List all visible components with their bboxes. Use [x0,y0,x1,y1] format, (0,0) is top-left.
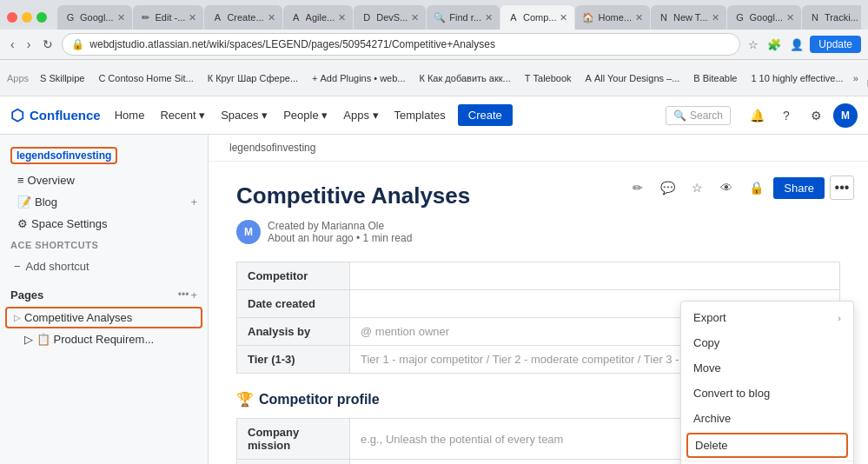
delete-label: Delete [695,439,839,452]
comment-button[interactable]: 💬 [655,176,679,200]
watch-button[interactable]: 👁 [714,176,739,200]
help-button[interactable]: ? [774,103,798,128]
sidebar-space-header[interactable]: legendsofinvesting [0,142,208,169]
sidebar-pages-header: Pages ••• + [0,284,208,306]
tab-home[interactable]: 🏠Home...✕ [575,5,650,30]
author-time: About an hour ago • 1 min read [268,232,412,244]
close-traffic-light[interactable] [7,12,17,23]
extensions-button[interactable]: 🧩 [765,36,784,53]
nav-people[interactable]: People ▾ [276,105,335,125]
bookmark-designs[interactable]: AAll Your Designs –... [581,71,685,85]
date-label: Date created [237,290,350,318]
product-requirements-label: 📋 Product Requirem... [36,333,154,346]
address-bar[interactable]: 🔒 webdjstudio.atlassian.net/wiki/spaces/… [62,33,740,56]
tab-devs[interactable]: DDevS...✕ [354,5,426,30]
notifications-button[interactable]: 🔔 [745,103,769,128]
browser-chrome: GGoogl...✕ ✏Edit -...✕ ACreate...✕ AAgil… [0,0,868,96]
pages-more-icon[interactable]: ••• [178,288,189,302]
minus-icon: − [14,260,21,273]
minimize-traffic-light[interactable] [22,12,32,23]
sidebar-add-shortcut[interactable]: − Add shortcut [0,255,208,277]
breadcrumb-space[interactable]: legendsofinvesting [229,142,315,154]
back-button[interactable]: ‹ [7,36,18,53]
nav-apps[interactable]: Apps ▾ [336,105,385,125]
edit-page-button[interactable]: ✏ [626,176,650,200]
page-header-actions: ✏ 💬 ☆ 👁 🔒 Share ••• [626,176,854,200]
tab-competitive[interactable]: AComp...✕ [500,5,575,30]
menu-item-convert[interactable]: Convert to blog [681,381,853,406]
search-box[interactable]: 🔍 Search [666,106,731,125]
tab-agile[interactable]: AAgile...✕ [283,5,354,30]
bookmark-highly[interactable]: 110 highly effective... [746,71,847,85]
sidebar-item-blog[interactable]: 📝 Blog + [0,191,208,213]
move-label: Move [693,361,841,375]
main-layout: legendsofinvesting ≡ Overview 📝 Blog + ⚙… [0,135,868,464]
sidebar-item-competitive-analyses[interactable]: ▷ Competitive Analyses [5,307,202,328]
forward-button[interactable]: › [23,36,35,53]
objectives-label: Key objectives [237,460,350,465]
bookmarks-bar: Apps SSkillpipe CContoso Home Sit... ККр… [0,60,868,96]
share-button[interactable]: Share [773,177,825,199]
bookmark-kak[interactable]: ККак добавить акк... [415,71,515,85]
bookmark-talebook[interactable]: TTalebook [520,71,576,85]
bookmark-biteable[interactable]: BBiteable [689,71,741,85]
user-avatar[interactable]: M [833,103,858,128]
more-options-button[interactable]: ••• [830,176,854,200]
browser-titlebar: GGoogl...✕ ✏Edit -...✕ ACreate...✕ AAgil… [0,0,868,30]
pages-add-icon[interactable]: + [190,288,197,302]
create-button[interactable]: Create [458,104,513,126]
tab-find[interactable]: 🔍Find r...✕ [427,5,500,30]
menu-item-copy[interactable]: Copy [681,330,853,355]
bookmark-contoso[interactable]: CContoso Home Sit... [94,71,197,85]
menu-item-delete[interactable]: Delete [686,433,848,458]
confluence-logo: ⬡ Confluence [10,106,101,125]
tier-label: Tier (1-3) [237,346,350,374]
blog-add-icon[interactable]: + [190,196,197,209]
overview-label: Overview [28,174,75,187]
more-bookmarks[interactable]: » [853,73,858,83]
settings-button[interactable]: ⚙ [804,103,828,128]
bookmark-plugins[interactable]: +Add Plugins • web... [308,71,409,85]
apps-label: Apps [7,73,29,83]
blog-icon: 📝 [17,196,31,209]
export-label: Export [693,311,838,324]
page-author: M Created by Marianna Ole About an hour … [236,220,840,244]
nav-home[interactable]: Home [108,105,152,125]
sidebar-space-name[interactable]: legendsofinvesting [10,147,117,164]
tab-new[interactable]: NNew T...✕ [651,5,726,30]
bookmark-skillpipe[interactable]: SSkillpipe [36,71,89,85]
author-info: Created by Marianna Ole About an hour ag… [268,220,412,244]
update-button[interactable]: Update [810,36,861,53]
export-arrow: › [838,313,841,323]
toolbar-icons: ☆ 🧩 👤 Update [745,36,861,53]
menu-item-archive[interactable]: Archive [681,406,853,431]
sidebar-item-space-settings[interactable]: ⚙ Space Settings [0,213,208,235]
tabs-bar: GGoogl...✕ ✏Edit -...✕ ACreate...✕ AAgil… [57,5,861,30]
competitor-label: Competitor [237,262,350,290]
tab-google2[interactable]: GGoogl...✕ [727,5,802,30]
sidebar-item-overview[interactable]: ≡ Overview [0,169,208,191]
nav-recent[interactable]: Recent ▾ [153,105,212,125]
search-icon: 🔍 [673,109,686,122]
nav-spaces[interactable]: Spaces ▾ [214,105,275,125]
competitor-value [350,262,840,290]
tab-edit[interactable]: ✏Edit -...✕ [133,5,204,30]
star-button[interactable]: ☆ [685,176,709,200]
app-wrapper: ⬡ Confluence Home Recent ▾ Spaces ▾ Peop… [0,96,868,464]
author-created: Created by Marianna Ole [268,220,412,232]
bookmark-star-button[interactable]: ☆ [745,36,761,53]
breadcrumb: legendsofinvesting [209,135,868,162]
profile-button[interactable]: 👤 [787,36,806,53]
tab-create[interactable]: ACreate...✕ [204,5,282,30]
sidebar-item-product-requirements[interactable]: ▷ 📋 Product Requirem... [0,329,208,349]
menu-item-export[interactable]: Export › [681,305,853,330]
maximize-traffic-light[interactable] [36,12,47,23]
bookmark-krug[interactable]: ККруг Шар Сфере... [203,71,302,85]
nav-templates[interactable]: Templates [388,105,453,125]
tab-tracking[interactable]: NTracki...✕ [802,5,861,30]
menu-item-move[interactable]: Move [681,355,853,381]
tab-google[interactable]: GGoogl...✕ [57,5,132,30]
reload-button[interactable]: ↻ [39,36,56,53]
section-icon: 🏆 [236,391,254,408]
restrict-button[interactable]: 🔒 [744,176,768,200]
